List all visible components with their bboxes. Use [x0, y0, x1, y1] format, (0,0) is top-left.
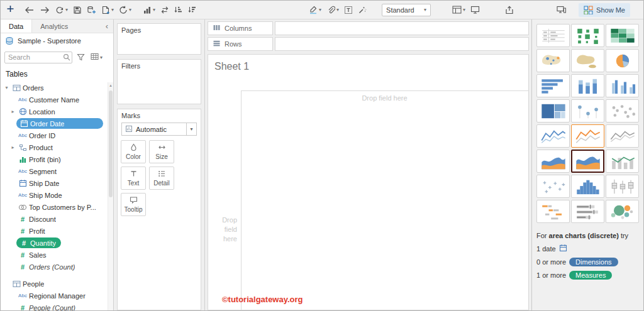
field-orders[interactable]: ▾Orders [1, 82, 113, 94]
mark-type-caret[interactable]: ▾ [186, 123, 197, 136]
replay-icon [55, 6, 64, 14]
area-discrete-thumbnail[interactable] [571, 150, 604, 173]
highlight-table-thumbnail[interactable] [606, 24, 639, 47]
side-by-side-circles-thumbnail[interactable] [606, 99, 639, 123]
line-continuous-thumbnail[interactable] [536, 124, 570, 148]
show-mark-labels-button[interactable] [341, 3, 355, 18]
line-discrete-thumbnail[interactable] [571, 124, 604, 148]
gantt-thumbnail[interactable] [536, 200, 570, 223]
tables-section-label: Tables [1, 66, 113, 80]
side-by-side-bar-thumbnail[interactable] [606, 74, 639, 97]
field-order-date[interactable]: Order Date [1, 117, 113, 129]
cards-icon [452, 6, 462, 14]
show-hide-cards-button[interactable]: ▾ [450, 3, 468, 18]
chevron-down-icon[interactable]: ▾ [3, 85, 10, 90]
field-product[interactable]: ▸Product [1, 141, 113, 153]
pie-chart-thumbnail[interactable] [606, 49, 639, 72]
field-profit[interactable]: #Profit [1, 225, 113, 237]
field-profit-bin[interactable]: Profit (bin) [1, 153, 113, 165]
tableau-logo[interactable] [3, 3, 18, 18]
fit-select[interactable]: Standard▾ [382, 4, 431, 16]
redo-button[interactable] [37, 3, 53, 18]
highlight-button[interactable]: ▾ [306, 3, 324, 18]
sort-descending-button[interactable] [186, 3, 199, 18]
datasource-row[interactable]: Sample - Superstore [1, 33, 113, 48]
treemap-thumbnail[interactable] [536, 99, 570, 123]
mark-type-dropdown[interactable]: Automatic ▾ [121, 123, 197, 136]
replay-button[interactable]: ▾ [53, 3, 70, 18]
packed-bubbles-thumbnail[interactable] [606, 200, 639, 223]
field-label: People [23, 280, 44, 288]
field-location[interactable]: ▸Location [1, 106, 113, 117]
save-button[interactable] [70, 3, 84, 18]
undo-button[interactable] [21, 3, 37, 18]
swap-axes-button[interactable] [158, 3, 172, 18]
mark-type-value[interactable]: Automatic [121, 123, 186, 136]
field-segment[interactable]: AbcSegment [1, 165, 113, 177]
sort-ascending-button[interactable] [172, 3, 186, 18]
text-table-thumbnail[interactable] [536, 24, 570, 47]
filters-card[interactable]: Filters [117, 59, 201, 104]
tab-analytics[interactable]: Analytics [32, 19, 76, 33]
field-ship-date[interactable]: Ship Date [1, 177, 113, 189]
field-discount[interactable]: #Discount [1, 213, 113, 225]
field-sales[interactable]: #Sales [1, 249, 113, 261]
calendar-icon [559, 244, 567, 253]
presentation-mode-button[interactable] [468, 3, 482, 18]
share-button[interactable] [502, 3, 516, 18]
chevron-right-icon[interactable]: ▸ [9, 145, 16, 150]
scroll-up-icon[interactable]: ▲ [108, 82, 113, 89]
field-order-id[interactable]: AbcOrder ID [1, 129, 113, 141]
heat-map-thumbnail[interactable] [571, 24, 604, 47]
detail-button[interactable]: Detail [149, 166, 174, 190]
refresh-button[interactable]: ▾ [116, 3, 134, 18]
symbol-map-thumbnail[interactable] [536, 49, 570, 72]
field-regional-manager[interactable]: AbcRegional Manager [1, 290, 113, 302]
columns-shelf[interactable] [275, 21, 529, 35]
filter-fields-button[interactable] [75, 53, 86, 62]
text-button[interactable]: Text [121, 166, 146, 190]
horizontal-bar-thumbnail[interactable] [536, 74, 570, 97]
field-people[interactable]: People [1, 278, 113, 290]
color-button[interactable]: Color [121, 140, 146, 163]
field-orders-count[interactable]: #Orders (Count) [1, 261, 113, 273]
search-input[interactable] [4, 52, 72, 63]
tab-data[interactable]: Data [1, 19, 32, 33]
field-top-customers-by-p[interactable]: Top Customers by P... [1, 201, 113, 213]
collapse-pane-button[interactable]: ‹ [101, 19, 113, 33]
field-quantity[interactable]: #Quantity [1, 237, 113, 249]
new-worksheet-button[interactable]: ▾ [99, 3, 116, 18]
field-people-count[interactable]: #People (Count) [1, 302, 113, 310]
drop-zone-left[interactable]: Drop field here [213, 216, 237, 244]
scatter-plot-thumbnail[interactable] [536, 175, 570, 198]
dual-line-thumbnail[interactable] [606, 124, 639, 148]
histogram-thumbnail[interactable] [571, 175, 604, 198]
pages-card[interactable]: Pages [117, 23, 201, 55]
box-and-whisker-thumbnail[interactable] [606, 175, 639, 198]
view-options-button[interactable]: ▾ [89, 52, 104, 62]
circle-view-thumbnail[interactable] [571, 99, 604, 123]
group-members-button[interactable]: ▾ [324, 3, 341, 18]
size-button[interactable]: Size [149, 140, 174, 163]
show-me-button[interactable]: Show Me [579, 3, 630, 17]
data-pane-scrollbar[interactable]: ▲ [108, 82, 113, 310]
detail-label: Detail [153, 180, 170, 187]
stacked-bar-thumbnail[interactable] [571, 74, 604, 97]
filled-map-thumbnail[interactable] [571, 49, 604, 72]
drop-zone-top[interactable]: Drop field here [241, 94, 528, 102]
area-continuous-thumbnail[interactable] [536, 150, 570, 173]
dual-combination-thumbnail[interactable] [606, 150, 639, 173]
tooltip-button[interactable]: Tooltip [121, 193, 146, 216]
bullet-graph-thumbnail[interactable] [571, 200, 604, 223]
fix-axes-button[interactable] [355, 3, 369, 18]
scrollbar-thumb[interactable] [109, 90, 113, 197]
chevron-right-icon[interactable]: ▸ [9, 109, 16, 114]
rows-shelf[interactable] [275, 37, 529, 51]
rows-icon [213, 40, 221, 48]
device-preview-button[interactable] [554, 3, 569, 18]
field-ship-mode[interactable]: AbcShip Mode [1, 189, 113, 201]
new-dashboard-button[interactable]: ▾ [140, 3, 158, 18]
field-customer-name[interactable]: AbcCustomer Name [1, 94, 113, 106]
worksheet-view[interactable]: Sheet 1 Drop field here Drop field here … [208, 54, 529, 310]
add-data-button[interactable] [84, 3, 99, 18]
